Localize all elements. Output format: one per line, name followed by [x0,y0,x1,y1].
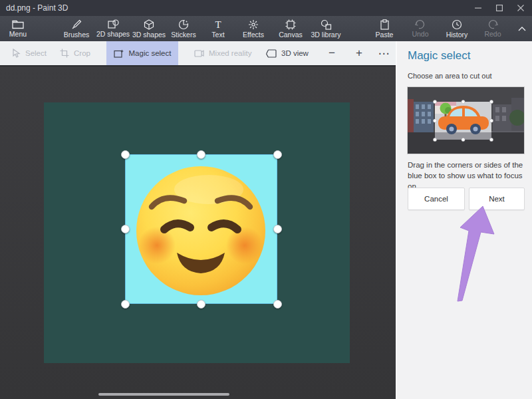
mixed-reality-label: Mixed reality [209,49,252,57]
next-button[interactable]: Next [469,188,525,210]
menu-label: Menu [9,30,27,38]
select-cursor-icon [12,49,21,58]
undo-icon [415,20,426,29]
history-clock-icon [452,19,462,30]
minimize-button[interactable] [467,0,488,16]
magic-select-icon [114,49,124,58]
selection-handle-bottom-middle[interactable] [197,300,205,309]
text-icon: T [213,19,223,30]
crop-icon [60,49,69,58]
minimize-icon [475,5,481,11]
selection-handle-top-right[interactable] [273,150,282,159]
toolbar-item-2d-shapes[interactable]: 2D shapes [93,17,133,40]
smiling-emoji-graphic [134,164,267,297]
emoji-image [134,164,267,297]
toolbar-item-3d-library[interactable]: 3D library [306,17,346,40]
undo-label: Undo [412,30,428,38]
3d-view-button[interactable]: 3D view [266,41,309,65]
stickers-icon [178,19,189,30]
selection-handle-top-middle[interactable] [197,150,205,159]
close-icon [517,5,524,11]
selection-handle-middle-left[interactable] [121,225,130,233]
selection-handle-bottom-right[interactable] [273,300,282,309]
title-bar: dd.png - Paint 3D [0,0,532,16]
toolbar-item-label: 3D shapes [132,31,166,39]
selection-handle-top-left[interactable] [121,150,130,159]
3d-library-icon [321,19,332,30]
redo-button[interactable]: Redo [473,17,513,40]
toolbar-item-label: Brushes [64,31,90,39]
zoom-out-icon: − [329,47,335,60]
toolbar-item-effects[interactable]: Effects [233,17,273,40]
crop-label: Crop [74,49,90,57]
toolbar-item-3d-shapes[interactable]: 3D shapes [129,17,169,40]
toolbar-item-label: Canvas [279,31,303,39]
toolbar-item-canvas[interactable]: Canvas [271,17,311,40]
effects-sparkle-icon [248,19,259,30]
ellipsis-icon: ⋯ [378,47,390,61]
selection-preview-thumbnail[interactable] [408,87,524,154]
toolbar-item-text[interactable]: T Text [198,17,238,40]
panel-instruction: Choose an area to cut out [408,72,492,80]
canvas-frame-icon [285,19,296,30]
paste-clipboard-icon [380,19,390,30]
magic-select-label: Magic select [129,49,172,57]
select-tool-button[interactable]: Select [12,41,47,65]
selection-handle-bottom-left[interactable] [121,300,130,309]
collapse-ribbon-button[interactable] [512,19,532,39]
2d-shapes-icon [108,19,119,29]
zoom-in-icon: + [356,47,362,60]
3d-view-label: 3D view [281,49,309,57]
mixed-reality-tool-button[interactable]: Mixed reality [194,41,252,65]
select-label: Select [25,49,47,57]
undo-button[interactable]: Undo [400,17,440,40]
redo-icon [487,20,498,29]
chevron-up-icon [518,27,526,31]
history-label: History [446,31,468,39]
svg-text:T: T [215,19,221,30]
zoom-in-button[interactable]: + [350,41,368,65]
menu-folder-icon [12,20,24,29]
menu-button[interactable]: Menu [1,17,35,40]
3d-view-icon [266,49,277,58]
toolbar-item-label: Effects [243,31,264,39]
toolbar-item-label: Stickers [171,31,196,39]
cancel-button[interactable]: Cancel [408,188,465,210]
3d-shapes-icon [144,19,154,30]
selection-handle-middle-right[interactable] [273,225,282,233]
mixed-reality-icon [194,49,204,58]
history-button[interactable]: History [437,17,477,40]
horizontal-scrollbar[interactable] [98,393,229,396]
close-button[interactable] [510,0,531,16]
toolbar-item-stickers[interactable]: Stickers [164,17,203,40]
toolbar-item-label: Text [211,31,224,39]
toolbar-item-label: 3D library [311,31,341,39]
selection-ribbon: Select Crop Magic select Mixed reality 3… [0,41,396,66]
brush-icon [71,19,82,30]
maximize-button[interactable] [489,0,509,16]
zoom-out-button[interactable]: − [323,41,341,65]
panel-title: Magic select [408,49,470,63]
maximize-icon [496,5,503,11]
magic-select-tool-button[interactable]: Magic select [106,41,178,65]
paste-label: Paste [376,31,394,39]
paste-button[interactable]: Paste [364,17,404,40]
redo-label: Redo [484,30,501,38]
toolbar-item-brushes[interactable]: Brushes [57,17,96,40]
main-toolbar: Menu Brushes 2D shapes 3D shapes Sticker… [0,16,532,41]
crop-tool-button[interactable]: Crop [60,41,90,65]
car-scene-preview [408,87,524,154]
toolbar-item-label: 2D shapes [96,30,130,38]
magic-select-panel: Magic select Choose an area to cut out [396,41,532,399]
more-options-button[interactable]: ⋯ [374,41,393,65]
window-title: dd.png - Paint 3D [6,3,68,13]
